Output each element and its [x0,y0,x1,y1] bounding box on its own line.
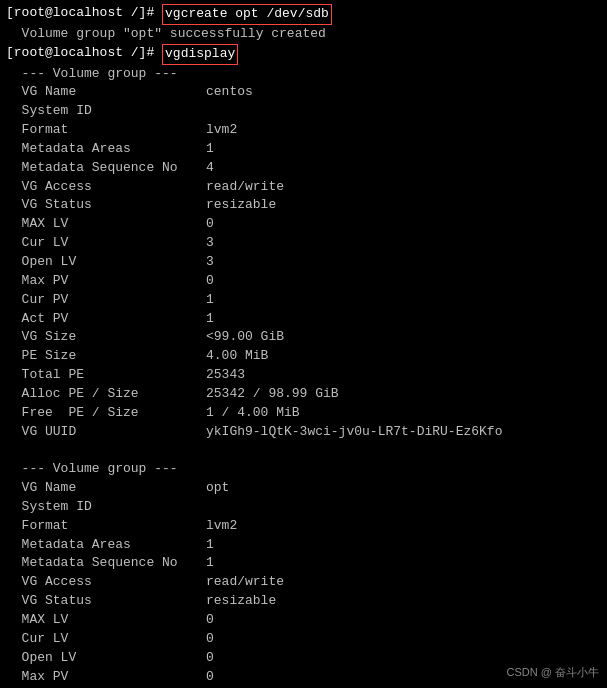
terminal-line: Metadata Sequence No4 [6,159,601,178]
prompt: [root@localhost /]# [6,4,162,25]
info-label: Metadata Sequence No [6,554,206,573]
info-value: lvm2 [206,517,237,536]
terminal-line: Cur PV1 [6,291,601,310]
terminal-line: Volume group "opt" successfully created [6,25,601,44]
output-text: --- Volume group --- [6,65,178,84]
terminal-line: [root@localhost /]# vgdisplay [6,44,601,65]
info-label: VG Name [6,83,206,102]
terminal-line: Metadata Areas1 [6,140,601,159]
info-label: VG Status [6,196,206,215]
info-label: Free PE / Size [6,404,206,423]
info-label: PE Size [6,347,206,366]
info-value: centos [206,83,253,102]
terminal-line: --- Volume group --- [6,460,601,479]
terminal-line: VG UUIDykIGh9-lQtK-3wci-jv0u-LR7t-DiRU-E… [6,423,601,442]
terminal-line: Max PV0 [6,272,601,291]
info-label: Max PV [6,668,206,687]
info-value: 3 [206,253,214,272]
info-label: Metadata Sequence No [6,159,206,178]
command-text: vgcreate opt /dev/sdb [162,4,332,25]
info-label: VG Status [6,592,206,611]
info-value: read/write [206,178,284,197]
terminal-line: VG Size<99.00 GiB [6,328,601,347]
info-value: resizable [206,592,276,611]
info-value: 1 / 4.00 MiB [206,404,300,423]
terminal-line: Formatlvm2 [6,517,601,536]
terminal-line: System ID [6,102,601,121]
terminal-line: VG Accessread/write [6,178,601,197]
terminal-line: Metadata Sequence No1 [6,554,601,573]
info-label: Format [6,517,206,536]
watermark-user: 奋斗小牛 [555,666,599,678]
info-value: 4.00 MiB [206,347,268,366]
watermark-prefix: CSDN [507,666,538,678]
info-label: Format [6,121,206,140]
info-label: Act PV [6,310,206,329]
info-value: 1 [206,554,214,573]
info-value: 1 [206,140,214,159]
info-label: Cur PV [6,291,206,310]
info-value: 1 [206,310,214,329]
info-label: Metadata Areas [6,140,206,159]
output-text: Volume group "opt" successfully created [6,25,326,44]
info-value: lvm2 [206,121,237,140]
info-value: 0 [206,630,214,649]
info-value: ykIGh9-lQtK-3wci-jv0u-LR7t-DiRU-Ez6Kfo [206,423,502,442]
info-label: VG Name [6,479,206,498]
info-label: Max PV [6,272,206,291]
terminal: [root@localhost /]# vgcreate opt /dev/sd… [0,0,607,688]
terminal-line: VG Statusresizable [6,592,601,611]
blank-line [6,441,601,460]
terminal-line: Alloc PE / Size25342 / 98.99 GiB [6,385,601,404]
info-label: Cur LV [6,630,206,649]
info-label: Total PE [6,366,206,385]
terminal-line: Cur LV3 [6,234,601,253]
info-value: 0 [206,611,214,630]
terminal-line: Free PE / Size1 / 4.00 MiB [6,404,601,423]
terminal-line: [root@localhost /]# vgcreate opt /dev/sd… [6,4,601,25]
output-text: --- Volume group --- [6,460,178,479]
info-label: MAX LV [6,611,206,630]
info-value: resizable [206,196,276,215]
terminal-line: Act PV1 [6,310,601,329]
info-label: Open LV [6,253,206,272]
terminal-line: System ID [6,498,601,517]
terminal-line: Total PE25343 [6,366,601,385]
terminal-line: VG Nameopt [6,479,601,498]
terminal-line: Formatlvm2 [6,121,601,140]
info-label: VG Access [6,178,206,197]
info-label: System ID [6,102,206,121]
watermark: CSDN @ 奋斗小牛 [507,665,599,680]
info-value: 0 [206,668,214,687]
info-label: Alloc PE / Size [6,385,206,404]
info-label: Open LV [6,649,206,668]
info-value: opt [206,479,229,498]
terminal-line: PE Size4.00 MiB [6,347,601,366]
terminal-line: VG Accessread/write [6,573,601,592]
info-label: VG Access [6,573,206,592]
info-label: System ID [6,498,206,517]
info-value: 25342 / 98.99 GiB [206,385,339,404]
terminal-line: VG Namecentos [6,83,601,102]
info-value: 0 [206,272,214,291]
terminal-line: Cur LV0 [6,630,601,649]
info-value: 0 [206,215,214,234]
terminal-line: VG Statusresizable [6,196,601,215]
terminal-line: Metadata Areas1 [6,536,601,555]
terminal-line: Open LV3 [6,253,601,272]
info-value: read/write [206,573,284,592]
info-label: VG UUID [6,423,206,442]
info-value: 1 [206,536,214,555]
info-value: 0 [206,649,214,668]
terminal-line: MAX LV0 [6,611,601,630]
info-label: Cur LV [6,234,206,253]
prompt: [root@localhost /]# [6,44,162,65]
info-label: Metadata Areas [6,536,206,555]
command-text: vgdisplay [162,44,238,65]
info-value: 4 [206,159,214,178]
terminal-line: --- Volume group --- [6,65,601,84]
info-value: 25343 [206,366,245,385]
info-value: 1 [206,291,214,310]
info-value: <99.00 GiB [206,328,284,347]
info-label: MAX LV [6,215,206,234]
